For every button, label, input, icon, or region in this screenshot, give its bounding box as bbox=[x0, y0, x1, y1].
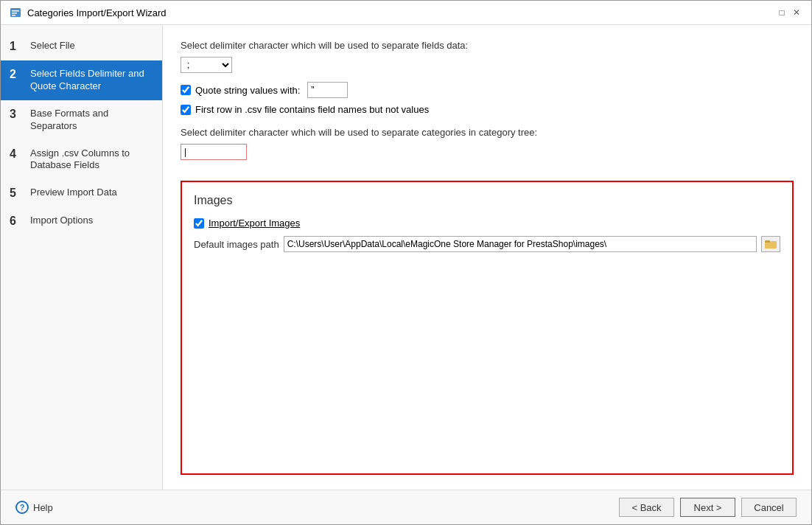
quote-checkbox[interactable] bbox=[181, 85, 191, 95]
minimize-button[interactable]: □ bbox=[776, 7, 788, 18]
images-path-row: Default images path bbox=[194, 236, 780, 252]
import-export-label: Import/Export Images bbox=[209, 218, 300, 229]
main-content: Select delimiter character which will be… bbox=[163, 25, 811, 490]
sidebar: 1 Select File 2 Select Fields Delimiter … bbox=[1, 25, 163, 490]
back-button[interactable]: < Back bbox=[619, 498, 674, 517]
title-bar: Categories Import/Export Wizard □ ✕ bbox=[1, 1, 811, 25]
title-bar-controls: □ ✕ bbox=[776, 7, 802, 18]
sidebar-item-1[interactable]: 1 Select File bbox=[1, 32, 162, 60]
sidebar-item-number-2: 2 bbox=[10, 68, 23, 81]
first-row-checkbox[interactable] bbox=[181, 105, 191, 115]
browse-button[interactable] bbox=[761, 236, 780, 252]
quote-label: Quote string values with: bbox=[195, 85, 300, 96]
quote-row: Quote string values with: bbox=[181, 82, 794, 98]
svg-rect-3 bbox=[12, 15, 15, 16]
import-export-checkbox[interactable] bbox=[194, 218, 204, 229]
svg-rect-2 bbox=[12, 13, 17, 14]
sidebar-item-label-3: Base Formats and Separators bbox=[30, 108, 153, 133]
help-icon: ? bbox=[15, 501, 29, 514]
sidebar-item-6[interactable]: 6 Import Options bbox=[1, 207, 162, 235]
images-path-input[interactable] bbox=[284, 236, 757, 252]
category-delimiter-label: Select delimiter character which will be… bbox=[181, 127, 794, 138]
svg-rect-5 bbox=[765, 240, 770, 243]
sidebar-item-label-5: Preview Import Data bbox=[30, 187, 117, 199]
sidebar-item-label-1: Select File bbox=[30, 40, 75, 52]
images-box: Images Import/Export Images Default imag… bbox=[181, 181, 794, 475]
sidebar-item-2[interactable]: 2 Select Fields Delimiter and Quote Char… bbox=[1, 60, 162, 100]
delimiter-select[interactable]: ; bbox=[181, 57, 232, 73]
sidebar-item-3[interactable]: 3 Base Formats and Separators bbox=[1, 100, 162, 140]
sidebar-item-label-4: Assign .csv Columns to Database Fields bbox=[30, 147, 153, 173]
category-delimiter-input[interactable] bbox=[181, 144, 247, 160]
window-title: Categories Import/Export Wizard bbox=[27, 7, 167, 18]
first-row-row: First row in .csv file contains field na… bbox=[181, 104, 794, 115]
sidebar-item-number-3: 3 bbox=[10, 108, 23, 121]
delimiter-label: Select delimiter character which will be… bbox=[181, 40, 794, 51]
sidebar-item-5[interactable]: 5 Preview Import Data bbox=[1, 179, 162, 207]
sidebar-item-4[interactable]: 4 Assign .csv Columns to Database Fields bbox=[1, 140, 162, 180]
close-button[interactable]: ✕ bbox=[791, 7, 802, 18]
svg-rect-1 bbox=[12, 10, 19, 12]
images-title: Images bbox=[194, 194, 780, 207]
quote-value-input[interactable] bbox=[307, 82, 348, 98]
next-button[interactable]: Next > bbox=[680, 498, 735, 517]
footer: ? Help < Back Next > Cancel bbox=[1, 490, 811, 524]
app-icon bbox=[10, 7, 21, 18]
cancel-button[interactable]: Cancel bbox=[741, 498, 797, 517]
help-area[interactable]: ? Help bbox=[15, 501, 53, 514]
first-row-label: First row in .csv file contains field na… bbox=[195, 104, 429, 115]
sidebar-item-label-6: Import Options bbox=[30, 215, 93, 227]
sidebar-item-number-5: 5 bbox=[10, 187, 23, 200]
import-export-row: Import/Export Images bbox=[194, 218, 780, 229]
sidebar-item-number-1: 1 bbox=[10, 40, 23, 53]
sidebar-item-number-6: 6 bbox=[10, 215, 23, 228]
main-window: Categories Import/Export Wizard □ ✕ 1 Se… bbox=[0, 0, 812, 525]
images-path-label: Default images path bbox=[194, 239, 279, 250]
help-label: Help bbox=[33, 502, 53, 513]
folder-icon bbox=[765, 239, 777, 249]
sidebar-item-label-2: Select Fields Delimiter and Quote Charac… bbox=[30, 68, 153, 93]
sidebar-item-number-4: 4 bbox=[10, 147, 23, 161]
title-bar-left: Categories Import/Export Wizard bbox=[10, 7, 167, 18]
window-body: 1 Select File 2 Select Fields Delimiter … bbox=[1, 25, 811, 490]
footer-buttons: < Back Next > Cancel bbox=[619, 498, 797, 517]
